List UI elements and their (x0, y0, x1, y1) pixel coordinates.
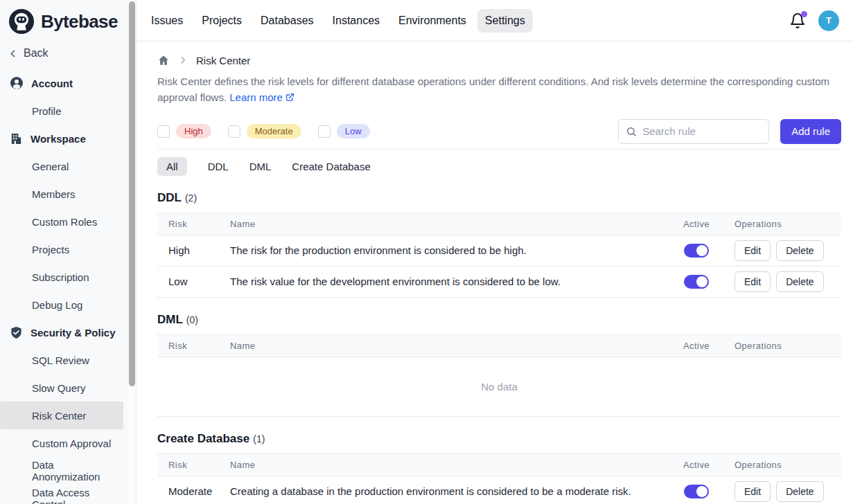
tab-ddl[interactable]: DDL (208, 157, 229, 176)
nav-item-settings[interactable]: Settings (477, 9, 533, 33)
risk-level-filters: High Moderate Low (157, 124, 370, 138)
filter-moderate[interactable]: Moderate (228, 124, 301, 138)
sidebar-item-profile[interactable]: Profile (0, 97, 123, 125)
shield-check-icon (10, 326, 23, 339)
edit-button[interactable]: Edit (735, 481, 771, 502)
col-risk: Risk (168, 219, 230, 229)
col-operations: Operations (735, 219, 841, 229)
search-icon (626, 126, 637, 137)
back-label: Back (24, 47, 49, 60)
app-window: Bytebase Back Account Profile (0, 0, 853, 504)
low-checkbox[interactable] (318, 125, 331, 138)
brand-logo[interactable]: Bytebase (0, 6, 136, 39)
sidebar-scrollbar-thumb[interactable] (129, 1, 135, 386)
name-cell: Creating a database in the production en… (230, 485, 658, 497)
topbar-right-cluster: T (789, 10, 839, 31)
filter-low[interactable]: Low (318, 124, 370, 138)
ddl-rules-table: Risk Name Active Operations High The ris… (157, 213, 841, 298)
section-count: (0) (186, 314, 198, 325)
filter-toolbar: High Moderate Low (157, 119, 841, 144)
sidebar-section-security-policy: Security & Policy (0, 318, 136, 346)
sidebar-section-label: Security & Policy (30, 327, 116, 339)
main-panel: Issues Projects Databases Instances Envi… (137, 0, 853, 504)
sidebar-item-debug-log[interactable]: Debug Log (0, 291, 123, 318)
user-avatar[interactable]: T (818, 10, 839, 31)
learn-more-link[interactable]: Learn more (229, 91, 294, 103)
edit-button[interactable]: Edit (735, 271, 771, 292)
moderate-badge: Moderate (247, 124, 301, 138)
name-cell: The risk for the production environment … (230, 244, 658, 256)
sidebar-item-projects[interactable]: Projects (0, 235, 123, 263)
col-name: Name (230, 219, 658, 229)
toolbar-divider (157, 149, 841, 150)
page-description: Risk Center defines the risk levels for … (157, 74, 839, 106)
sidebar-item-data-anonymization[interactable]: Data Anonymization (0, 457, 123, 485)
col-active: Active (658, 219, 735, 229)
moderate-checkbox[interactable] (228, 125, 240, 138)
table-header-row: Risk Name Active Operations (157, 335, 841, 357)
table-row: High The risk for the production environ… (157, 235, 841, 267)
add-rule-button[interactable]: Add rule (780, 119, 841, 144)
delete-button[interactable]: Delete (776, 271, 823, 292)
building-icon (10, 132, 23, 145)
sidebar-item-members[interactable]: Members (0, 180, 123, 208)
filter-high[interactable]: High (157, 124, 211, 138)
col-operations: Operations (735, 460, 841, 470)
sidebar-item-sql-review[interactable]: SQL Review (0, 346, 123, 374)
breadcrumb: Risk Center (157, 54, 841, 66)
delete-button[interactable]: Delete (776, 481, 823, 502)
nav-item-projects[interactable]: Projects (194, 9, 249, 33)
col-active: Active (658, 460, 735, 470)
high-checkbox[interactable] (157, 125, 170, 138)
nav-item-environments[interactable]: Environments (391, 9, 474, 33)
tab-create-database[interactable]: Create Database (292, 157, 370, 176)
col-risk: Risk (168, 341, 230, 351)
table-row: Low The risk value for the development e… (157, 267, 841, 298)
name-cell: The risk value for the development envir… (230, 276, 658, 287)
delete-button[interactable]: Delete (776, 240, 823, 261)
active-toggle[interactable] (684, 275, 709, 289)
sidebar-section-workspace: Workspace (0, 125, 136, 152)
edit-button[interactable]: Edit (735, 240, 771, 261)
sidebar-section-label: Account (31, 78, 73, 89)
sidebar-section-label: Workspace (30, 133, 86, 145)
risk-center-page: Risk Center Risk Center defines the risk… (137, 42, 853, 504)
chevron-left-icon (7, 48, 19, 60)
sidebar-item-custom-approval[interactable]: Custom Approval (0, 429, 123, 457)
risk-cell: Moderate (168, 485, 230, 497)
nav-item-issues[interactable]: Issues (143, 9, 191, 33)
tab-dml[interactable]: DML (249, 157, 272, 176)
search-box[interactable] (618, 119, 769, 144)
category-tabs: All DDL DML Create Database (157, 157, 841, 176)
nav-item-databases[interactable]: Databases (253, 9, 322, 33)
brand-name: Bytebase (41, 11, 118, 33)
table-header-row: Risk Name Active Operations (157, 454, 841, 476)
section-title-ddl: DDL(2) (157, 191, 841, 205)
external-link-icon (285, 93, 294, 102)
dml-rules-table: Risk Name Active Operations No data (157, 334, 841, 417)
home-icon[interactable] (157, 54, 170, 66)
sidebar-item-slow-query[interactable]: Slow Query (0, 374, 123, 402)
tab-all[interactable]: All (157, 157, 187, 176)
chevron-right-icon (178, 55, 188, 65)
nav-item-instances[interactable]: Instances (325, 9, 387, 33)
col-name: Name (230, 460, 658, 470)
breadcrumb-current: Risk Center (196, 55, 250, 66)
sidebar-item-general[interactable]: General (0, 152, 123, 180)
low-badge: Low (337, 124, 370, 138)
active-toggle[interactable] (684, 244, 709, 258)
settings-sidebar: Bytebase Back Account Profile (0, 0, 137, 504)
active-toggle[interactable] (684, 485, 709, 498)
sidebar-item-custom-roles[interactable]: Custom Roles (0, 208, 123, 235)
user-circle-icon (10, 76, 24, 90)
sidebar-item-subscription[interactable]: Subscription (0, 263, 123, 291)
bytebase-logo-icon (8, 8, 35, 35)
sidebar-item-risk-center[interactable]: Risk Center (0, 402, 123, 429)
empty-state: No data (157, 357, 841, 417)
back-button[interactable]: Back (0, 40, 136, 66)
primary-nav: Issues Projects Databases Instances Envi… (143, 9, 533, 33)
sidebar-item-data-access-control[interactable]: Data Access Control (0, 485, 123, 504)
search-input[interactable] (642, 125, 762, 137)
high-badge: High (176, 124, 211, 138)
notification-bell-icon[interactable] (789, 12, 806, 29)
